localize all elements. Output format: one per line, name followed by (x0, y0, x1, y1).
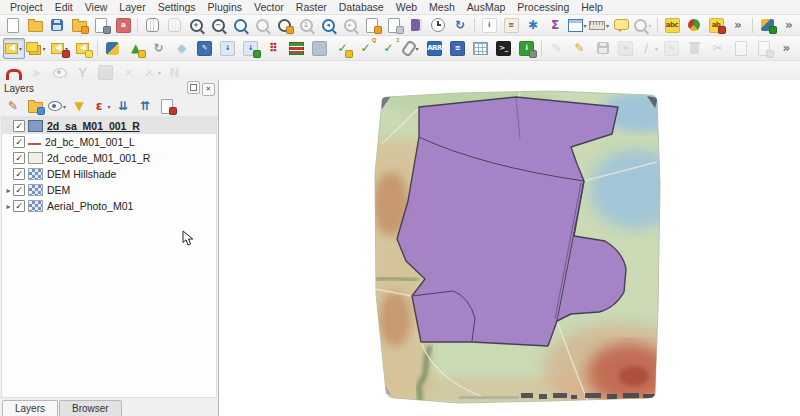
attachments-tool-button[interactable]: ▾ (401, 38, 423, 59)
import-fm-tool-button[interactable]: ≡ (447, 38, 469, 59)
zoom-full-extent-button[interactable] (230, 16, 251, 35)
open-project-button[interactable] (25, 16, 46, 35)
select-features-button[interactable]: ▾ (3, 38, 25, 59)
expander-icon[interactable]: ▸ (4, 186, 13, 195)
layer-visibility-checkbox[interactable]: ✓ (13, 120, 25, 132)
menu-processing[interactable]: Processing (511, 0, 575, 14)
snap-on-intersection-dropdown-arrow[interactable]: ▾ (158, 69, 161, 76)
tuflow-import-check-button[interactable]: ✓ (332, 38, 354, 59)
osm-place-search-button[interactable]: ↻ (148, 38, 170, 59)
select-features-by-value-button[interactable]: ▾ (26, 38, 48, 59)
open-attribute-table-button[interactable]: ▾ (567, 16, 588, 35)
new-3d-map-view-button[interactable] (384, 16, 405, 35)
layer-item-2d-code-m01-001-r[interactable]: ✓2d_code_M01_001_R (2, 150, 216, 166)
layer-item-2d-sa-m01-001-r[interactable]: ✓2d_sa_M01_001_R (2, 118, 216, 134)
menu-help[interactable]: Help (575, 0, 609, 14)
arr-data-downloader-button[interactable]: ARR (424, 38, 446, 59)
temporal-controller-button[interactable] (428, 16, 449, 35)
save-project-button[interactable] (47, 16, 68, 35)
toggle-editing-button[interactable]: ✎ (569, 38, 591, 59)
menu-database[interactable]: Database (333, 0, 390, 14)
layer-visibility-checkbox[interactable]: ✓ (13, 136, 25, 148)
mesh-layer-tool-button[interactable]: ◆ (171, 38, 193, 59)
new-project-button[interactable] (3, 16, 24, 35)
collapse-all-button[interactable]: ⇈ (135, 96, 156, 116)
style-manager-button[interactable]: a (113, 16, 134, 35)
new-map-view-button[interactable] (362, 16, 383, 35)
measure-line-dropdown-arrow[interactable]: ▾ (606, 22, 609, 29)
menu-layer[interactable]: Layer (113, 0, 151, 14)
select-features-by-value-dropdown-arrow[interactable]: ▾ (42, 45, 45, 52)
expander-icon[interactable]: ▸ (4, 202, 13, 211)
style-shield-tool-button[interactable]: ✎ (194, 38, 216, 59)
zoom-to-layer-button[interactable] (274, 16, 295, 35)
layer-item-dem[interactable]: ▸✓DEM (2, 182, 216, 198)
show-statistics-button[interactable]: Σ (545, 16, 566, 35)
run-info-tool-button[interactable]: i (516, 38, 538, 59)
layer-labeling-options-button[interactable]: abc (662, 16, 683, 35)
menu-mesh[interactable]: Mesh (423, 0, 461, 14)
toolbar-overflow-attributes-button[interactable]: » (728, 16, 749, 35)
close-panel-button[interactable]: ✕ (202, 83, 215, 96)
refresh-map-button[interactable]: ↻ (450, 16, 471, 35)
menu-raster[interactable]: Raster (290, 0, 333, 14)
zoom-last-button[interactable]: ◂ (318, 16, 339, 35)
pin-unpin-labels-button[interactable]: ab (706, 16, 727, 35)
tuflow-check-q-button[interactable]: ✓Q (355, 38, 377, 59)
manage-map-themes-button[interactable]: ▾ (47, 96, 68, 116)
pan-map-button[interactable] (142, 16, 163, 35)
menu-vector[interactable]: Vector (248, 0, 290, 14)
filter-by-expression-button[interactable]: ε▾ (91, 96, 112, 116)
show-spatial-bookmarks-button[interactable] (406, 16, 427, 35)
manage-map-themes-dropdown-arrow[interactable]: ▾ (63, 103, 66, 110)
menu-project[interactable]: Project (4, 0, 49, 14)
panel-tab-browser[interactable]: Browser (59, 400, 122, 416)
map-canvas[interactable] (219, 80, 800, 416)
layer-diagram-options-button[interactable] (684, 16, 705, 35)
deselect-features-button[interactable]: ▾ (49, 38, 71, 59)
tuflow-check-increment-button[interactable]: ✓1 (378, 38, 400, 59)
grid-tool-button[interactable] (470, 38, 492, 59)
select-by-expression-button[interactable] (72, 38, 94, 59)
layer-visibility-checkbox[interactable]: ✓ (13, 184, 25, 196)
float-panel-button[interactable] (187, 81, 200, 94)
menu-settings[interactable]: Settings (152, 0, 202, 14)
save-project-as-button[interactable] (69, 16, 90, 35)
processing-toolbox-button[interactable]: ✱ (523, 16, 544, 35)
tcf-tool-button[interactable]: ⠿ (263, 38, 285, 59)
layer-visibility-checkbox[interactable]: ✓ (13, 152, 25, 164)
open-attribute-table-dropdown-arrow[interactable]: ▾ (584, 22, 587, 29)
download-layers-button[interactable]: ↓ (217, 38, 239, 59)
expand-all-button[interactable]: ⇊ (113, 96, 134, 116)
filter-legend-button[interactable]: ▼ (69, 96, 90, 116)
statistical-summary-button[interactable]: ≡ (501, 16, 522, 35)
layer-item-dem-hillshade[interactable]: ✓DEM Hillshade (2, 166, 216, 182)
tuflow-layer-stack-button[interactable] (286, 38, 308, 59)
menu-view[interactable]: View (79, 0, 114, 14)
profile-tool-button[interactable]: ▲ (125, 38, 147, 59)
layer-item-aerial-photo-m01[interactable]: ▸✓Aerial_Photo_M01 (2, 198, 216, 214)
data-source-manager-button[interactable] (757, 16, 778, 35)
layer-tree[interactable]: ✓2d_sa_M01_001_R✓2d_bc_M01_001_L✓2d_code… (1, 117, 217, 398)
menu-edit[interactable]: Edit (49, 0, 79, 14)
add-group-button[interactable] (25, 96, 46, 116)
menu-ausmap[interactable]: AusMap (461, 0, 512, 14)
toolbar-overflow-datasource-button[interactable]: » (779, 16, 800, 35)
map-tips-button[interactable] (611, 16, 632, 35)
python-console-button[interactable] (102, 38, 124, 59)
layer-visibility-checkbox[interactable]: ✓ (13, 168, 25, 180)
open-layer-styling-button[interactable]: ✎ (3, 96, 24, 116)
menu-plugins[interactable]: Plugins (202, 0, 248, 14)
menu-web[interactable]: Web (390, 0, 423, 14)
panel-tab-layers[interactable]: Layers (2, 400, 58, 416)
vertex-tool-dropdown-arrow[interactable]: ▾ (655, 45, 658, 52)
import-layers-button[interactable]: ↓ (240, 38, 262, 59)
zoom-in-button[interactable]: + (186, 16, 207, 35)
measure-line-button[interactable]: ▾ (589, 16, 610, 35)
layer-visibility-checkbox[interactable]: ✓ (13, 200, 25, 212)
toolbar-overflow-digitizing-button[interactable]: » (776, 38, 798, 59)
locator-search-dropdown-arrow[interactable]: ▾ (648, 22, 651, 29)
project-properties-button[interactable] (91, 16, 112, 35)
identify-features-button[interactable]: i (479, 16, 500, 35)
remove-layer-button[interactable] (157, 96, 178, 116)
